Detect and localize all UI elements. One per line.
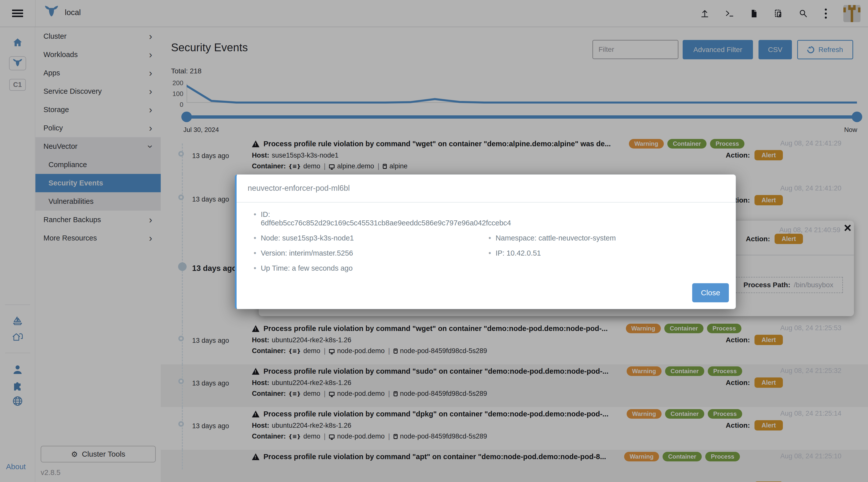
- modal-detail-item: [489, 210, 720, 227]
- detail-text: Up Time: a few seconds ago: [261, 264, 352, 272]
- detail-text: IP: 10.42.0.51: [496, 249, 541, 257]
- modal-title: neuvector-enforcer-pod-ml6bl: [248, 184, 724, 193]
- detail-text: Namespace: cattle-neuvector-system: [496, 234, 616, 242]
- modal-detail-item: •IP: 10.42.0.51: [489, 249, 720, 257]
- bullet-icon: •: [489, 249, 491, 257]
- close-button[interactable]: Close: [692, 283, 729, 302]
- detail-text: Version: interim/master.5256: [261, 249, 353, 257]
- modal-detail-item: •Up Time: a few seconds ago: [254, 264, 489, 272]
- bullet-icon: •: [254, 234, 256, 242]
- bullet-icon: •: [254, 210, 256, 219]
- bullet-icon: •: [489, 234, 491, 242]
- modal-detail-item: [489, 264, 720, 272]
- modal-body: •ID: 6df6eb5cc76c852d29c169c5c45531cb8ae…: [237, 203, 736, 272]
- modal-detail-item: •Version: interim/master.5256: [254, 249, 489, 257]
- bullet-icon: •: [254, 249, 256, 257]
- bullet-icon: •: [254, 264, 256, 272]
- modal-detail-item: •ID: 6df6eb5cc76c852d29c169c5c45531cb8ae…: [254, 210, 489, 227]
- modal-detail-item: •Namespace: cattle-neuvector-system: [489, 234, 720, 242]
- modal-header: neuvector-enforcer-pod-ml6bl: [237, 175, 736, 203]
- detail-text: ID: 6df6eb5cc76c852d29c169c5c45531cb8ae9…: [261, 210, 511, 227]
- modal-detail-item: •Node: suse15sp3-k3s-node1: [254, 234, 489, 242]
- enforcer-details-modal: neuvector-enforcer-pod-ml6bl •ID: 6df6eb…: [235, 174, 736, 309]
- detail-text: Node: suse15sp3-k3s-node1: [261, 234, 354, 242]
